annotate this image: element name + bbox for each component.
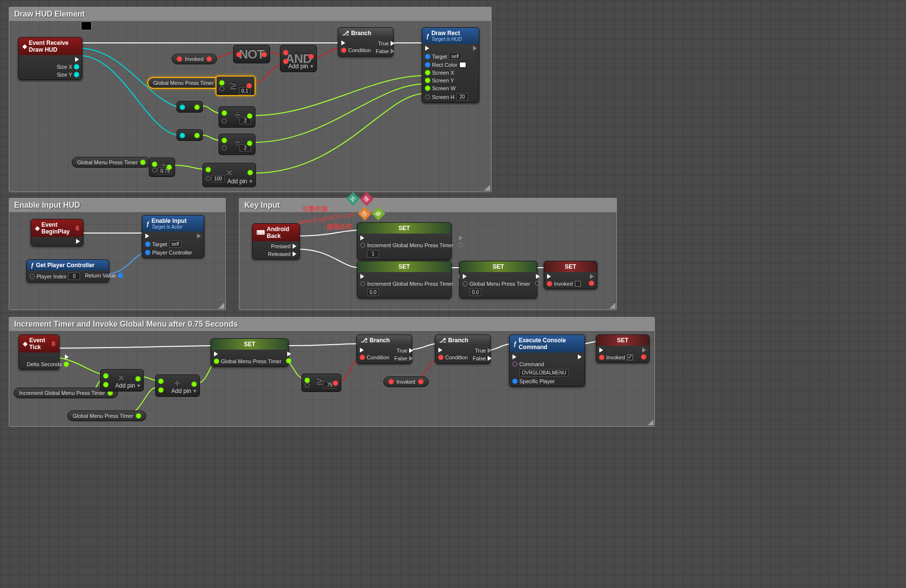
hud-icon xyxy=(81,21,92,30)
add-node[interactable]: + Add pin+ xyxy=(155,374,200,397)
checkbox[interactable] xyxy=(575,281,581,287)
node-title: ◆Event Tick xyxy=(19,335,59,353)
multiply-node[interactable]: × 100 Add pin+ xyxy=(202,163,256,187)
branch-node[interactable]: ⎇Branch Condition TrueFalse xyxy=(435,334,491,364)
conversion-node[interactable] xyxy=(177,129,203,141)
event-tick-node[interactable]: ◆Event Tick Delta Seconds xyxy=(19,334,59,370)
invoked-variable[interactable]: Invoked xyxy=(383,376,429,387)
node-title: SET xyxy=(357,223,451,234)
node-title: SET xyxy=(357,261,451,272)
branch-node[interactable]: ⎇Branch Condition TrueFalse xyxy=(356,334,412,364)
node-title: ⎇Branch xyxy=(435,335,490,346)
node-title: ƒExecute Console Command xyxy=(510,335,585,353)
greater-equal-node[interactable]: ≥ 0.1 xyxy=(216,76,256,96)
global-menu-press-timer-variable[interactable]: Global Menu Press Timer xyxy=(67,411,146,421)
greater-equal-node[interactable]: ≥ .75 xyxy=(301,373,341,392)
conversion-node[interactable] xyxy=(177,101,203,113)
set-node[interactable]: SET Increment Global Menu Press Timer 1 xyxy=(357,222,452,260)
comment-header[interactable]: Increment Timer and Invoke Global Menu a… xyxy=(9,317,654,331)
branch-node[interactable]: ⎇Branch Condition True False xyxy=(338,27,394,57)
execute-console-command-node[interactable]: ƒExecute Console Command Command OVRGLOB… xyxy=(509,334,585,387)
node-title: SET xyxy=(460,261,537,272)
set-node[interactable]: SET Invoked xyxy=(596,334,650,363)
set-node[interactable]: SET Global Menu Press Timer 0.0 xyxy=(459,261,537,298)
node-title: ⎇Branch xyxy=(338,28,393,39)
global-menu-press-timer-variable[interactable]: Global Menu Press Timer xyxy=(72,157,151,168)
node-title: ◆Event Receive Draw HUD xyxy=(19,38,82,55)
draw-rect-node[interactable]: ƒ Draw Rect Target is HUD Targetself Rec… xyxy=(422,27,479,103)
set-node[interactable]: SET Global Menu Press Timer xyxy=(211,338,289,367)
invoked-variable[interactable]: Invoked xyxy=(172,54,217,64)
color-swatch[interactable] xyxy=(459,62,466,68)
node-title: ƒGet Player Controller xyxy=(27,260,109,271)
get-player-controller-node[interactable]: ƒGet Player Controller Player Index0 Ret… xyxy=(26,259,109,282)
set-node[interactable]: SET Increment Global Menu Press Timer 0.… xyxy=(357,261,452,298)
node-title: ◆Event BeginPlay xyxy=(31,219,83,237)
delegate-icon xyxy=(76,226,79,231)
set-node[interactable]: SET Invoked xyxy=(544,261,597,289)
resize-handle[interactable] xyxy=(484,185,490,191)
comment-header[interactable]: Key Input xyxy=(239,198,616,212)
resize-handle[interactable] xyxy=(610,303,615,309)
node-title: ƒ Draw Rect Target is HUD xyxy=(422,28,479,44)
event-receive-draw-hud-node[interactable]: ◆Event Receive Draw HUD Size X Size Y xyxy=(18,37,82,80)
multiply-node[interactable]: × Add pin+ xyxy=(100,369,144,392)
divide-node[interactable]: ÷ 0.75 xyxy=(149,157,175,177)
node-title: ƒEnable InputTarget is Actor xyxy=(142,216,204,232)
node-title: SET xyxy=(544,261,597,272)
node-title: SET xyxy=(596,335,649,346)
node-title: SET xyxy=(211,339,288,350)
comment-header[interactable]: Enable Input HUD xyxy=(9,198,225,212)
enable-input-node[interactable]: ƒEnable InputTarget is Actor Targetself … xyxy=(142,215,204,258)
comment-header[interactable]: Draw HUD Element xyxy=(9,7,491,21)
and-node[interactable]: AND Add pin+ xyxy=(280,45,317,72)
checkbox[interactable] xyxy=(627,354,633,360)
android-back-event-node[interactable]: ⌨Android Back Pressed Released xyxy=(252,223,300,259)
delegate-icon xyxy=(52,341,55,346)
node-title: ⌨Android Back xyxy=(253,224,299,241)
event-begin-play-node[interactable]: ◆Event BeginPlay xyxy=(31,219,83,246)
not-node[interactable]: NOT xyxy=(233,45,270,63)
resize-handle[interactable] xyxy=(218,303,224,309)
node-title: ⎇Branch xyxy=(357,335,412,346)
divide-node[interactable]: ÷ 2 xyxy=(218,106,256,128)
divide-node[interactable]: ÷ 2 xyxy=(218,134,256,155)
resize-handle[interactable] xyxy=(648,419,653,425)
